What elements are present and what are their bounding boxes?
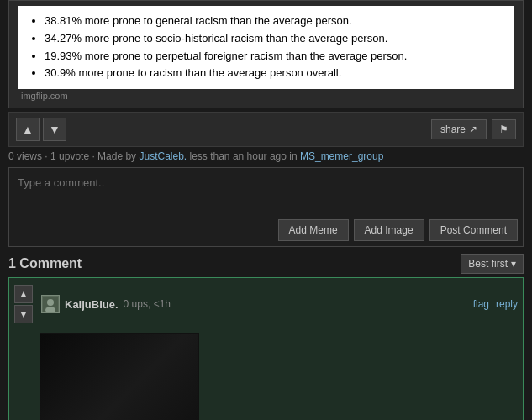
comment-upvote-button[interactable]: ▲: [14, 285, 33, 303]
svg-point-1: [47, 299, 54, 306]
group-link[interactable]: MS_memer_group: [300, 150, 383, 162]
comment-header: ▲ ▼ KaijuBlue. 0 ups, <1h flag reply: [9, 278, 523, 330]
share-button[interactable]: share ↗: [431, 119, 487, 139]
made-by-prefix: Made by: [97, 150, 136, 162]
comment-buttons: Add Meme Add Image Post Comment: [13, 216, 519, 243]
author-link[interactable]: JustCaleb.: [139, 150, 187, 162]
comment-image: [40, 334, 198, 420]
share-icon: ↗: [469, 123, 477, 135]
flag-button[interactable]: ⚑: [492, 119, 516, 139]
post-comment-button[interactable]: Post Comment: [429, 219, 518, 241]
sort-label: Best first: [468, 258, 508, 270]
comment-downvote-button[interactable]: ▼: [14, 305, 33, 323]
comments-header: 1 Comment Best first ▾: [8, 254, 524, 274]
sort-dropdown[interactable]: Best first ▾: [461, 254, 524, 274]
comment-textarea[interactable]: [13, 171, 519, 213]
stat-2: 34.27% more prone to socio-historical ra…: [45, 30, 504, 48]
stat-1: 38.81% more prone to general racism than…: [45, 13, 504, 30]
post-time: less than an hour ago in: [190, 150, 298, 162]
comment-item: ▲ ▼ KaijuBlue. 0 ups, <1h flag reply img…: [8, 277, 524, 420]
meme-text-block: 38.81% more prone to general racism than…: [18, 6, 514, 89]
sort-chevron-icon: ▾: [511, 258, 516, 270]
action-bar: ▲ ▼ share ↗ ⚑: [8, 112, 524, 147]
share-label: share: [440, 123, 466, 135]
comment-flag-link[interactable]: flag: [473, 298, 489, 310]
meme-stats-list: 38.81% more prone to general racism than…: [28, 13, 504, 82]
add-image-button[interactable]: Add Image: [354, 219, 424, 241]
upvote-button[interactable]: ▲: [16, 118, 40, 141]
meme-footer: imgflip.com: [18, 89, 514, 102]
stat-4: 30.9% more prone to racism than the aver…: [45, 65, 504, 82]
meme-container: 38.81% more prone to general racism than…: [8, 0, 524, 108]
comment-username: KaijuBlue.: [65, 298, 119, 311]
views-count: 0 views: [8, 150, 42, 162]
comment-content: imgflip.com ay bro you good at sports: [34, 330, 523, 420]
avatar-icon: [43, 297, 58, 312]
comments-title: 1 Comment: [8, 256, 82, 271]
comment-vote-col: ▲ ▼: [14, 281, 36, 327]
vote-buttons: ▲ ▼: [16, 118, 66, 141]
comment-reply-link[interactable]: reply: [496, 298, 518, 310]
upvotes-count: 1 upvote: [50, 150, 89, 162]
meta-bar: 0 views · 1 upvote · Made by JustCaleb. …: [8, 150, 524, 162]
avatar: [41, 295, 60, 313]
comment-input-area: Add Meme Add Image Post Comment: [8, 167, 524, 247]
stat-3: 19.93% more prone to perpetual foreigner…: [45, 48, 504, 66]
add-meme-button[interactable]: Add Meme: [278, 219, 349, 241]
comment-image-box: [40, 333, 199, 420]
comment-ups: 0 ups, <1h: [124, 298, 171, 310]
comment-actions: flag reply: [473, 298, 518, 310]
action-right: share ↗ ⚑: [431, 119, 516, 139]
downvote-button[interactable]: ▼: [43, 118, 66, 141]
